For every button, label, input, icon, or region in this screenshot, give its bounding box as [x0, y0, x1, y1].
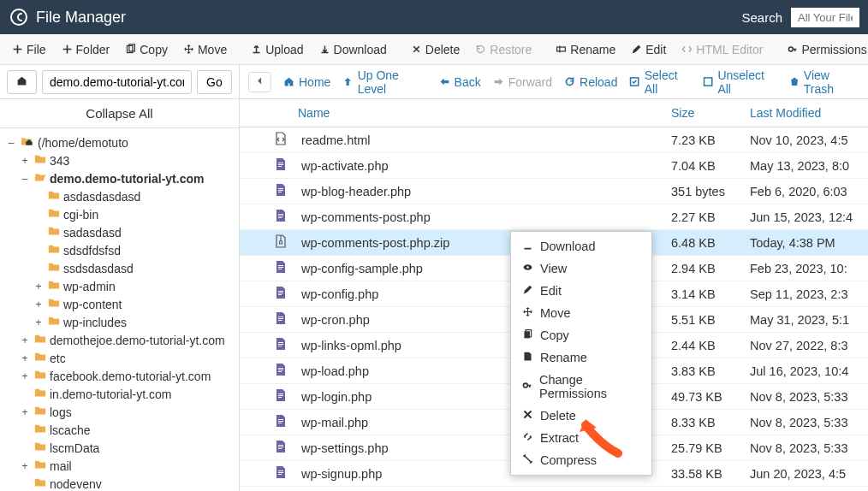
folder-icon — [48, 225, 60, 237]
compress-icon — [522, 453, 533, 464]
context-view[interactable]: View — [511, 257, 651, 280]
file-size: 2.94 KB — [671, 262, 750, 275]
tree-item[interactable]: lscache — [0, 421, 239, 439]
file-row[interactable]: wp-trackback.php4.77 KBJun 23, 2023, 1:0 — [240, 487, 868, 491]
collapse-sidebar-toggle[interactable] — [248, 72, 271, 92]
go-button[interactable]: Go — [197, 70, 232, 94]
folder-icon — [48, 261, 60, 273]
context-download[interactable]: Download — [511, 235, 651, 257]
file-row[interactable]: readme.html7.23 KBNov 10, 2023, 4:5 — [240, 127, 868, 153]
tree-item[interactable]: +mail — [0, 457, 239, 475]
tree-toggle[interactable]: + — [19, 406, 31, 418]
tree-toggle[interactable]: + — [33, 281, 45, 293]
tree-item[interactable]: sadasdasd — [0, 223, 239, 241]
tree-toggle[interactable]: + — [19, 460, 31, 472]
context-move[interactable]: Move — [511, 302, 651, 324]
tree-toggle[interactable]: + — [33, 316, 45, 328]
tree-item[interactable]: ssdsdasdasd — [0, 259, 239, 277]
toolbar-download[interactable]: Download — [312, 39, 394, 60]
tree-item[interactable]: +wp-includes — [0, 313, 239, 331]
rename-icon — [556, 44, 567, 55]
home-icon — [24, 137, 34, 147]
tree-item[interactable]: +wp-content — [0, 295, 239, 313]
svg-rect-12 — [278, 188, 283, 189]
toolbar-file[interactable]: File — [5, 39, 53, 60]
svg-rect-28 — [278, 316, 283, 317]
tree-toggle[interactable]: + — [33, 299, 45, 311]
column-name[interactable]: Name — [294, 106, 671, 120]
tree-label: cgi-bin — [63, 208, 98, 222]
edit-icon — [631, 44, 642, 55]
tree-toggle[interactable]: + — [19, 370, 31, 382]
toolbar-move[interactable]: Move — [176, 39, 234, 60]
up-arrow-icon — [342, 76, 353, 87]
sidebar: Go Collapse All –(/home/demotuto+343–dem… — [0, 65, 240, 491]
tree-item[interactable]: +etc — [0, 349, 239, 367]
action-up[interactable]: Up One Level — [342, 68, 426, 96]
toolbar-delete[interactable]: Delete — [404, 39, 467, 60]
folder-icon — [34, 153, 46, 165]
file-row[interactable]: wp-activate.php7.04 KBMay 13, 2023, 8:0 — [240, 153, 868, 179]
collapse-all[interactable]: Collapse All — [0, 99, 239, 128]
home-button[interactable] — [7, 70, 37, 94]
column-modified[interactable]: Last Modified — [750, 106, 859, 120]
tree-item[interactable]: –(/home/demotuto — [0, 133, 239, 151]
search-input[interactable] — [791, 8, 859, 27]
tree-item[interactable]: +facebook.demo-tutorial-yt.com — [0, 367, 239, 385]
folder-icon — [48, 189, 60, 201]
tree-item[interactable]: lscmData — [0, 439, 239, 457]
svg-rect-32 — [278, 344, 283, 345]
tree-item[interactable]: asdasdasdasd — [0, 187, 239, 205]
tree-item[interactable]: –demo.demo-tutorial-yt.com — [0, 169, 239, 187]
tree-item[interactable]: +343 — [0, 151, 239, 169]
tree-label: logs — [50, 405, 72, 419]
svg-rect-13 — [278, 190, 283, 191]
toolbar-upload[interactable]: Upload — [244, 39, 310, 60]
download-icon — [319, 44, 330, 55]
tree-toggle[interactable]: – — [5, 137, 17, 149]
tree-item[interactable]: in.demo-tutorial-yt.com — [0, 385, 239, 403]
main-toolbar: FileFolderCopyMoveUploadDownloadDeleteRe… — [0, 34, 868, 65]
action-unselect-all[interactable]: Unselect All — [703, 68, 776, 96]
tree-item[interactable]: +demothejoe.demo-tutorial-yt.com — [0, 331, 239, 349]
tree-item[interactable]: nodevenv — [0, 475, 239, 491]
context-menu: DownloadViewEditMoveCopyRenameChange Per… — [510, 231, 652, 476]
toolbar-folder[interactable]: Folder — [55, 39, 117, 60]
tree-label: 343 — [50, 154, 69, 168]
file-row[interactable]: wp-comments-post.php2.27 KBJun 15, 2023,… — [240, 204, 868, 230]
context-copy[interactable]: Copy — [511, 324, 651, 346]
location-input[interactable] — [42, 70, 192, 94]
toolbar-permissions[interactable]: Permissions — [780, 39, 868, 60]
tree-toggle[interactable]: + — [19, 352, 31, 364]
action-reload[interactable]: Reload — [564, 75, 617, 89]
context-extract[interactable]: Extract — [511, 427, 651, 449]
file-date: Nov 8, 2023, 5:33 — [750, 416, 859, 429]
svg-rect-10 — [278, 164, 283, 165]
file-row[interactable]: wp-blog-header.php351 bytesFeb 6, 2020, … — [240, 179, 868, 204]
action-view-trash[interactable]: View Trash — [789, 68, 859, 96]
action-home[interactable]: Home — [283, 75, 330, 89]
svg-rect-39 — [278, 397, 282, 398]
tree-toggle[interactable]: – — [19, 173, 31, 185]
context-change-permissions[interactable]: Change Permissions — [511, 369, 651, 405]
svg-rect-40 — [278, 419, 283, 420]
action-select-all[interactable]: Select All — [629, 68, 691, 96]
context-edit[interactable]: Edit — [511, 280, 651, 302]
tree-toggle[interactable]: + — [19, 334, 31, 346]
context-rename[interactable]: Rename — [511, 346, 651, 369]
column-size[interactable]: Size — [671, 106, 750, 120]
svg-rect-47 — [278, 472, 283, 473]
context-compress[interactable]: Compress — [511, 449, 651, 471]
tree-item[interactable]: sdsdfdsfsd — [0, 241, 239, 259]
context-delete[interactable]: Delete — [511, 405, 651, 427]
toolbar-edit[interactable]: Edit — [624, 39, 673, 60]
tree-item[interactable]: cgi-bin — [0, 205, 239, 223]
toolbar-restore: Restore — [468, 39, 538, 60]
tree-toggle[interactable]: + — [19, 155, 31, 167]
tree-item[interactable]: +logs — [0, 403, 239, 421]
toolbar-rename[interactable]: Rename — [549, 39, 622, 60]
file-size: 8.33 KB — [671, 416, 750, 429]
toolbar-copy[interactable]: Copy — [118, 39, 175, 60]
action-back[interactable]: Back — [439, 75, 481, 89]
tree-item[interactable]: +wp-admin — [0, 277, 239, 295]
